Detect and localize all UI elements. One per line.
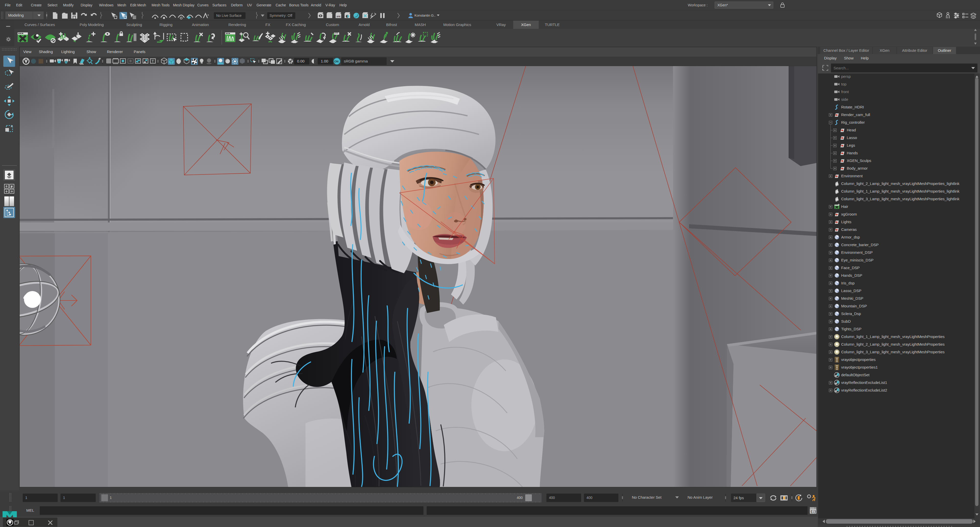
svg-text:IPR: IPR (337, 15, 341, 18)
svg-text:ON: ON (334, 60, 339, 63)
svg-text:{;}: {;} (811, 510, 816, 513)
svg-text:T: T (151, 59, 154, 63)
